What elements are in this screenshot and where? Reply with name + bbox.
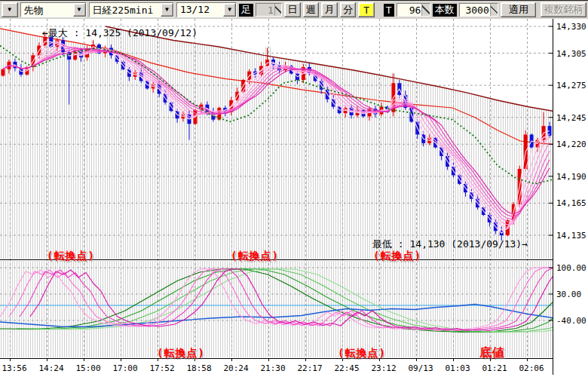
max-price-annotation: ←最大 : 14,325 (2013/09/12) <box>42 26 198 40</box>
spinner-icon[interactable] <box>421 4 429 16</box>
multi-symbol-button: 複数銘柄 <box>541 2 586 17</box>
symbol-select-value: 日経225mini <box>90 3 161 17</box>
svg-text:15:00: 15:00 <box>75 363 100 373</box>
svg-text:14,245: 14,245 <box>556 113 586 123</box>
turning-point-annotation: (転換点) <box>47 250 95 263</box>
trading-chart-window: ▼ 先物 ▼ 日経225mini ▼ 13/12 ▼ 足 日 週 月 分 T T… <box>0 0 588 377</box>
svg-text:02:06: 02:06 <box>519 363 544 373</box>
svg-text:14,220: 14,220 <box>556 139 586 149</box>
market-select-value: 先物 <box>21 3 73 17</box>
svg-text:14,275: 14,275 <box>556 81 586 90</box>
svg-text:17:00: 17:00 <box>112 363 137 373</box>
spinner-icon[interactable] <box>490 4 498 16</box>
svg-text:30.00: 30.00 <box>556 290 581 299</box>
svg-text:17:52: 17:52 <box>149 363 174 373</box>
chevron-down-icon[interactable]: ▼ <box>223 3 236 17</box>
svg-text:14,330: 14,330 <box>556 22 586 32</box>
svg-text:01:21: 01:21 <box>482 363 507 373</box>
bar-count-input[interactable] <box>460 5 490 16</box>
tick-count-field[interactable] <box>397 3 430 17</box>
svg-text:13:56: 13:56 <box>2 363 26 373</box>
svg-text:14,165: 14,165 <box>556 198 586 208</box>
bottom-price-annotation: 底値 <box>479 345 505 361</box>
nav-dropdown-button[interactable]: ▼ <box>2 2 18 17</box>
turning-point-annotation: (転換点) <box>338 347 386 360</box>
apply-button[interactable]: 適用 <box>501 2 536 17</box>
period-day-button[interactable]: 日 <box>284 2 301 17</box>
spinner-icon <box>274 4 282 16</box>
turning-point-annotation: (転換点) <box>157 347 205 360</box>
tick-count-input[interactable] <box>397 5 422 16</box>
chart-toolbar: ▼ 先物 ▼ 日経225mini ▼ 13/12 ▼ 足 日 週 月 分 T T… <box>0 0 588 20</box>
period-minute-button[interactable]: 分 <box>340 2 357 17</box>
svg-text:21:30: 21:30 <box>260 363 285 373</box>
svg-text:22:45: 22:45 <box>334 363 359 373</box>
tick-count-label: T <box>384 4 394 17</box>
svg-text:-40.00: -40.00 <box>556 316 586 326</box>
bar-count-field[interactable] <box>459 3 499 17</box>
svg-text:14,305: 14,305 <box>556 49 586 59</box>
period-week-button[interactable]: 週 <box>303 2 320 17</box>
svg-text:18:58: 18:58 <box>186 363 211 373</box>
svg-text:100.00: 100.00 <box>556 263 586 273</box>
symbol-select[interactable]: 日経225mini ▼ <box>89 2 174 17</box>
bar-count-label: 本数 <box>433 4 457 17</box>
chevron-down-icon[interactable]: ▼ <box>161 3 173 17</box>
svg-text:22:17: 22:17 <box>297 363 322 373</box>
svg-text:14,190: 14,190 <box>556 172 586 182</box>
turning-point-annotation: (転換点) <box>373 250 421 263</box>
svg-text:09/13: 09/13 <box>408 363 433 373</box>
chevron-down-icon[interactable]: ▼ <box>73 3 86 17</box>
price-chart-area[interactable]: 14,33014,30514,27514,24514,22014,19014,1… <box>0 19 588 377</box>
oscillator-lines <box>0 268 588 333</box>
svg-text:01:03: 01:03 <box>445 363 470 373</box>
bar-interval-input <box>256 5 274 16</box>
turning-point-annotation: (転換点) <box>231 250 279 263</box>
period-month-button[interactable]: 月 <box>321 2 338 17</box>
svg-text:23:12: 23:12 <box>371 363 396 373</box>
chart-canvas[interactable]: 14,33014,30514,27514,24514,22014,19014,1… <box>0 19 588 377</box>
contract-month-select[interactable]: 13/12 ▼ <box>176 2 237 17</box>
contract-month-value: 13/12 <box>177 3 223 17</box>
period-tick-button[interactable]: T <box>358 2 375 17</box>
svg-text:14,135: 14,135 <box>556 231 586 241</box>
svg-text:20:24: 20:24 <box>223 363 248 373</box>
market-select[interactable]: 先物 ▼ <box>20 2 87 17</box>
bar-type-label: 足 <box>239 4 253 17</box>
chevron-down-icon: ▼ <box>8 7 11 13</box>
bar-interval-field <box>256 3 282 17</box>
svg-text:14:24: 14:24 <box>38 363 63 373</box>
